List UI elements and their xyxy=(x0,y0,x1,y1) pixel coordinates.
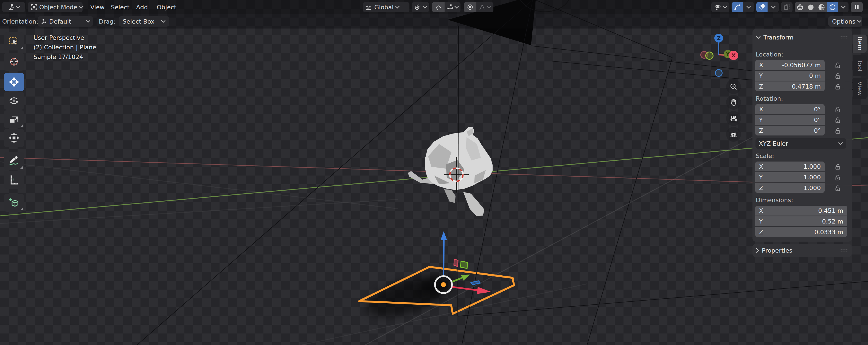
scale-z-lock-button[interactable] xyxy=(834,184,841,192)
drag-dropdown[interactable]: Select Box xyxy=(119,16,169,27)
nav-axis-x-positive[interactable]: X xyxy=(729,51,738,60)
panel-drag-dots-icon[interactable] xyxy=(840,249,848,252)
menu-object[interactable]: Object xyxy=(154,2,179,12)
render-pause-button[interactable] xyxy=(851,2,863,12)
dimensions-x-field[interactable]: X 0.451 m xyxy=(755,206,847,215)
location-z-field[interactable]: Z -0.4718 m xyxy=(755,81,825,91)
shading-wireframe-button[interactable] xyxy=(795,2,805,12)
axis-label: Z xyxy=(759,127,772,134)
xray-toggle[interactable] xyxy=(781,2,793,12)
chevron-down-icon xyxy=(395,6,400,8)
location-x-lock-button[interactable] xyxy=(834,61,841,69)
axis-label: Y xyxy=(759,218,772,225)
editor-type-button[interactable] xyxy=(2,2,25,12)
proportional-editing-toggle[interactable] xyxy=(464,2,476,12)
location-y-row: Y 0 m xyxy=(755,71,852,81)
shading-rendered-button[interactable] xyxy=(827,2,838,12)
rotation-z-field[interactable]: Z 0° xyxy=(755,126,825,136)
chevron-down-icon xyxy=(16,6,20,8)
tool-transform[interactable] xyxy=(4,129,24,147)
dimensions-y-row: Y 0.52 m xyxy=(755,216,852,226)
mode-dropdown-label: Object Mode xyxy=(38,4,79,11)
scale-z-value: 1.000 xyxy=(772,184,821,192)
tool-scale[interactable] xyxy=(4,110,24,128)
overlays-options-dropdown[interactable] xyxy=(768,2,779,12)
pivot-point-dropdown[interactable] xyxy=(412,2,429,12)
menu-add[interactable]: Add xyxy=(133,2,151,12)
dimensions-z-field[interactable]: Z 0.0333 m xyxy=(755,227,847,237)
menu-select[interactable]: Select xyxy=(108,2,132,12)
unlock-icon xyxy=(834,173,841,181)
orientation-dropdown[interactable]: Default xyxy=(38,16,93,27)
magnet-icon xyxy=(435,4,442,11)
panel-drag-dots-icon[interactable] xyxy=(840,36,848,39)
object-visibility-dropdown[interactable] xyxy=(711,2,730,12)
gizmo-arrow-icon xyxy=(734,4,741,11)
show-gizmo-toggle[interactable] xyxy=(732,2,743,12)
rotation-z-lock-button[interactable] xyxy=(834,127,841,134)
transform-orientation-dropdown[interactable]: Global xyxy=(363,2,409,12)
gizmo-options-dropdown[interactable] xyxy=(743,2,754,12)
viewport-perspective-toggle-button[interactable] xyxy=(726,127,741,142)
render-sample-counter: Sample 17/1024 xyxy=(33,52,96,62)
xray-icon xyxy=(783,4,790,11)
sidebar-tab-tool[interactable]: Tool xyxy=(853,55,867,76)
rotation-x-lock-button[interactable] xyxy=(834,105,841,113)
unlock-icon xyxy=(834,105,841,113)
dimensions-y-field[interactable]: Y 0.52 m xyxy=(755,216,847,226)
sidebar-tab-item[interactable]: Item xyxy=(853,35,867,53)
tool-select-box[interactable] xyxy=(4,32,24,50)
nav-axis-y-negative[interactable] xyxy=(705,51,713,60)
location-x-row: X -0.056077 m xyxy=(755,60,852,70)
shading-options-dropdown[interactable] xyxy=(838,2,848,12)
solid-sphere-icon xyxy=(807,4,814,11)
menu-view[interactable]: View xyxy=(88,2,107,12)
scale-x-lock-button[interactable] xyxy=(834,163,841,170)
location-z-value: -0.4718 m xyxy=(772,83,821,90)
tool-move[interactable] xyxy=(4,73,24,91)
scale-y-lock-button[interactable] xyxy=(834,173,841,181)
options-label: Options xyxy=(832,18,857,25)
sidebar-tab-view[interactable]: View xyxy=(853,78,867,99)
tool-measure[interactable] xyxy=(4,171,24,189)
scale-y-field[interactable]: Y 1.000 xyxy=(755,172,825,182)
chevron-right-icon xyxy=(756,248,759,253)
overlays-icon xyxy=(758,4,766,11)
viewport-camera-view-button[interactable] xyxy=(726,111,741,126)
location-y-lock-button[interactable] xyxy=(834,72,841,79)
tool-rotate[interactable] xyxy=(4,92,24,110)
rotation-z-row: Z 0° xyxy=(755,126,852,136)
location-x-field[interactable]: X -0.056077 m xyxy=(755,60,825,70)
mode-dropdown[interactable]: Object Mode xyxy=(28,2,83,12)
location-y-field[interactable]: Y 0 m xyxy=(755,71,825,81)
scale-x-field[interactable]: X 1.000 xyxy=(755,162,825,171)
snap-toggle-button[interactable] xyxy=(432,2,444,12)
properties-panel-header[interactable]: Properties xyxy=(752,245,852,256)
nav-axis-z-positive[interactable]: Z xyxy=(714,34,723,42)
tool-add-cube[interactable] xyxy=(4,194,24,212)
tool-annotate[interactable] xyxy=(4,152,24,170)
snap-target-dropdown[interactable] xyxy=(444,2,461,12)
rotation-y-field[interactable]: Y 0° xyxy=(755,115,825,125)
tool-cursor[interactable] xyxy=(4,53,24,71)
proportional-falloff-dropdown[interactable] xyxy=(476,2,493,12)
viewport-pan-button[interactable] xyxy=(726,95,741,110)
rotation-y-lock-button[interactable] xyxy=(834,116,841,124)
transform-panel-header[interactable]: Transform xyxy=(752,32,852,43)
location-z-lock-button[interactable] xyxy=(834,82,841,90)
options-dropdown[interactable]: Options xyxy=(828,16,862,27)
viewport-3d-scene[interactable] xyxy=(0,0,868,345)
viewport-zoom-button[interactable] xyxy=(726,79,741,94)
rotation-x-field[interactable]: X 0° xyxy=(755,104,825,114)
chevron-down-icon xyxy=(79,6,84,8)
shading-solid-button[interactable] xyxy=(805,2,816,12)
show-overlays-toggle[interactable] xyxy=(756,2,768,12)
rotation-mode-dropdown[interactable]: XYZ Euler xyxy=(755,138,846,149)
scale-x-value: 1.000 xyxy=(772,163,821,170)
shading-material-button[interactable] xyxy=(816,2,827,12)
sidebar-n-panel: Transform Location: X -0.056077 m Y 0 m xyxy=(752,29,852,257)
orientation-default-icon xyxy=(40,18,48,25)
transform-orientation-label: Global xyxy=(373,4,395,11)
nav-axis-z-negative[interactable] xyxy=(715,69,722,77)
scale-z-field[interactable]: Z 1.000 xyxy=(755,183,825,193)
